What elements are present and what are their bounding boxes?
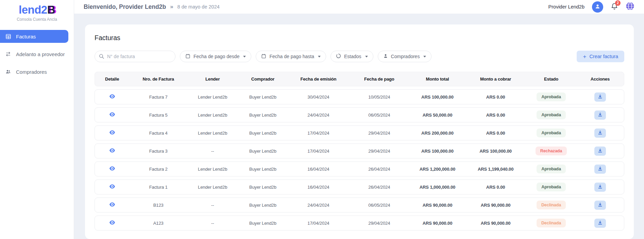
cell-buyer: Buyer Lend2b (238, 185, 288, 190)
cell-receivable-amount: ARS 0.00 (465, 95, 526, 100)
download-icon (598, 166, 603, 172)
download-button[interactable] (594, 201, 606, 210)
column-header-fecha-emision: Fecha de emisión (288, 76, 349, 82)
view-detail-button[interactable] (109, 166, 115, 172)
view-detail-button[interactable] (109, 202, 115, 208)
cell-issue-date: 17/04/2024 (288, 221, 349, 226)
topbar: Bienvenido, Provider Lend2b » 8 de mayo … (74, 0, 644, 14)
brand-logo-accent: B (47, 3, 55, 16)
cell-invoice-number: Factura 2 (129, 167, 187, 172)
topbar-actions: Provider Lend2b 2 (548, 1, 634, 13)
create-invoice-button[interactable]: + Crear factura (577, 51, 624, 62)
cell-lender: Lender Lend2b (187, 185, 238, 190)
main-area: Bienvenido, Provider Lend2b » 8 de mayo … (74, 0, 644, 239)
search-input[interactable] (95, 51, 175, 62)
cell-pay-date: 26/04/2024 (349, 185, 410, 190)
create-invoice-label: Crear factura (589, 54, 618, 59)
cell-invoice-number: Factura 5 (129, 113, 187, 118)
column-header-comprador: Comprador (238, 76, 288, 82)
brand-logo-primary: lend2 (19, 3, 47, 16)
eye-icon (109, 112, 115, 118)
sidebar-item-facturas[interactable]: Facturas (0, 30, 68, 43)
cell-total-amount: ARS 50,000.00 (410, 113, 465, 118)
sidebar-nav: Facturas Adelanto a proveedor Compradore… (0, 30, 74, 78)
page-title: Facturas (95, 34, 624, 42)
notifications-button[interactable]: 2 (611, 2, 618, 12)
filter-label: Estados (344, 54, 361, 59)
invoices-table: Detalle Nro. de Factura Lender Comprador… (95, 72, 624, 231)
status-badge: Declinada (537, 201, 566, 209)
cell-buyer: Buyer Lend2b (238, 149, 288, 154)
download-button[interactable] (594, 129, 606, 138)
status-badge: Aprobada (537, 165, 566, 173)
download-button[interactable] (594, 110, 606, 120)
sidebar-item-adelanto[interactable]: Adelanto a proveedor (0, 48, 68, 61)
view-detail-button[interactable] (109, 130, 115, 136)
table-row: Factura 7 Lender Lend2b Buyer Lend2b 30/… (95, 89, 624, 104)
column-header-estado: Estado (526, 76, 576, 82)
cell-pay-date: 10/05/2024 (349, 95, 410, 100)
welcome-title: Bienvenido, Provider Lend2b (84, 3, 166, 11)
cell-lender: Lender Lend2b (187, 113, 238, 118)
cell-lender: Lender Lend2b (187, 167, 238, 172)
cell-lender: Lender Lend2b (187, 131, 238, 136)
filter-label: Compradores (391, 54, 420, 59)
invoices-card: Facturas Fecha de pago desde (85, 24, 634, 239)
cell-pay-date: 06/05/2024 (349, 203, 410, 208)
cell-invoice-number: Factura 3 (129, 149, 187, 154)
download-button[interactable] (594, 92, 606, 102)
view-detail-button[interactable] (109, 94, 115, 100)
view-detail-button[interactable] (109, 112, 115, 118)
download-button[interactable] (594, 183, 606, 192)
cell-buyer: Buyer Lend2b (238, 167, 288, 172)
filter-compradores[interactable]: Compradores (378, 51, 432, 62)
search-icon (99, 53, 104, 61)
cell-pay-date: 06/05/2024 (349, 113, 410, 118)
invoice-search (95, 51, 175, 62)
table-body: Factura 7 Lender Lend2b Buyer Lend2b 30/… (95, 89, 624, 231)
download-button[interactable] (594, 219, 606, 228)
status-badge: Aprobada (537, 92, 566, 101)
chevron-down-icon (365, 56, 368, 57)
cell-receivable-amount: ARS 0.00 (465, 131, 526, 136)
download-icon (598, 184, 603, 190)
eye-icon (109, 184, 115, 190)
view-detail-button[interactable] (109, 148, 115, 154)
cell-invoice-number: Factura 7 (129, 95, 187, 100)
user-avatar[interactable] (592, 1, 603, 13)
brand: lend2B Consola Cuenta Ancla (0, 0, 74, 22)
column-header-monto-cobrar: Monto a cobrar (465, 76, 526, 82)
cell-pay-date: 26/04/2024 (349, 167, 410, 172)
download-button[interactable] (594, 147, 606, 156)
filter-fecha-hasta[interactable]: Fecha de pago hasta (256, 51, 326, 62)
table-row: A123 -- Buyer Lend2b 17/04/2024 29/04/20… (95, 216, 624, 231)
cell-issue-date: 30/04/2024 (288, 95, 349, 100)
cell-receivable-amount: ARS 100,000.00 (465, 149, 526, 154)
language-button[interactable] (626, 2, 634, 12)
download-button[interactable] (594, 165, 606, 174)
status-badge: Aprobada (537, 110, 566, 119)
eye-icon (109, 130, 115, 136)
content-area: Facturas Fecha de pago desde (74, 14, 644, 239)
users-icon (5, 68, 12, 75)
globe-icon (626, 2, 634, 12)
filter-estados[interactable]: Estados (331, 51, 373, 62)
topbar-breadcrumb: Bienvenido, Provider Lend2b » 8 de mayo … (84, 3, 220, 11)
current-date: 8 de mayo de 2024 (177, 4, 220, 10)
cell-buyer: Buyer Lend2b (238, 95, 288, 100)
cell-lender: -- (187, 221, 238, 226)
cell-total-amount: ARS 90,000.00 (410, 203, 465, 208)
cell-issue-date: 16/04/2024 (288, 185, 349, 190)
cell-invoice-number: A123 (129, 221, 187, 226)
column-header-lender: Lender (187, 76, 238, 82)
sidebar-item-compradores[interactable]: Compradores (0, 65, 68, 78)
view-detail-button[interactable] (109, 220, 115, 226)
cell-receivable-amount: ARS 1,199,040.00 (465, 167, 526, 172)
view-detail-button[interactable] (109, 184, 115, 190)
filter-label: Fecha de pago desde (193, 54, 239, 59)
cell-invoice-number: Factura 1 (129, 185, 187, 190)
download-icon (598, 202, 603, 208)
cell-total-amount: ARS 1,000,000.00 (410, 185, 465, 190)
table-row: B123 -- Buyer Lend2b 24/04/2024 06/05/20… (95, 198, 624, 212)
filter-fecha-desde[interactable]: Fecha de pago desde (180, 51, 251, 62)
